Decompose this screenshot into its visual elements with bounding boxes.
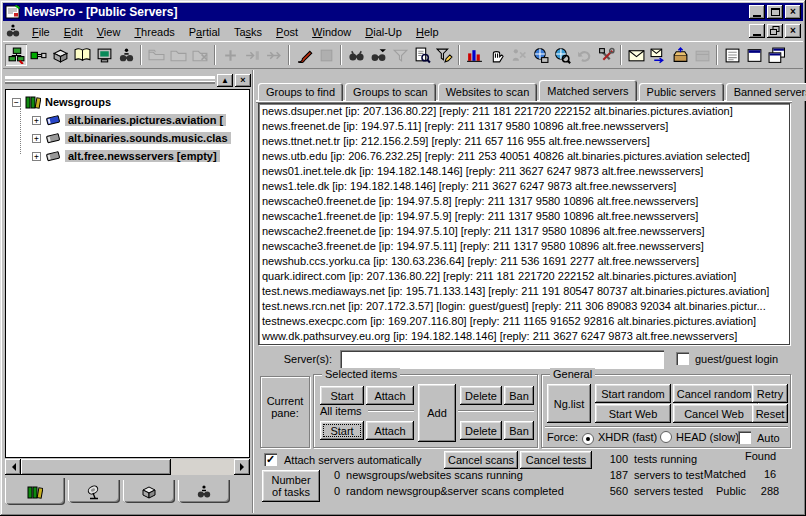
guest-login-checkbox[interactable] xyxy=(676,352,689,367)
cancel-scans-button[interactable]: Cancel scans xyxy=(444,451,518,469)
address-book-icon[interactable] xyxy=(71,44,93,66)
expand-expander-icon[interactable]: + xyxy=(32,116,41,125)
cancel-random-button[interactable]: Cancel random xyxy=(673,384,755,403)
tools-icon[interactable] xyxy=(595,44,617,66)
chart-icon[interactable] xyxy=(463,44,485,66)
server-list-row[interactable]: news.freenet.de [ip: 194.97.5.11] [reply… xyxy=(259,119,789,134)
find-servers-icon[interactable] xyxy=(115,44,137,66)
web-import-icon[interactable] xyxy=(529,44,551,66)
maximize-button[interactable] xyxy=(767,5,783,19)
scrollbar-track[interactable] xyxy=(171,459,234,475)
expand-expander-icon[interactable]: + xyxy=(32,152,41,161)
close-button[interactable]: × xyxy=(785,5,801,19)
panel-gripper[interactable] xyxy=(5,76,215,84)
server-list-row[interactable]: quark.idirect.com [ip: 207.136.80.22] [r… xyxy=(259,269,789,284)
server-list-row[interactable]: news01.inet.tele.dk [ip: 194.182.148.146… xyxy=(259,164,789,179)
child-close-button[interactable]: × xyxy=(785,24,801,38)
menu-edit[interactable]: Edit xyxy=(57,23,90,40)
start-web-button[interactable]: Start Web xyxy=(595,404,671,423)
hand-icon[interactable] xyxy=(485,44,507,66)
computer-icon[interactable] xyxy=(93,44,115,66)
expand-expander-icon[interactable]: + xyxy=(32,134,41,143)
start-selected-button[interactable]: Start xyxy=(320,386,364,405)
preview-icon[interactable] xyxy=(411,44,433,66)
number-of-tasks-button[interactable]: Number of tasks xyxy=(262,470,320,502)
cancel-web-button[interactable]: Cancel Web xyxy=(673,404,755,423)
news-servers-icon[interactable] xyxy=(5,44,27,66)
auto-checkbox[interactable] xyxy=(738,431,751,446)
menu-threads[interactable]: Threads xyxy=(127,23,181,40)
delete-all-button[interactable]: Delete xyxy=(460,421,502,440)
server-list-row[interactable]: news.utb.edu [ip: 206.76.232.25] [reply:… xyxy=(259,149,789,164)
menu-partial[interactable]: Partial xyxy=(182,23,227,40)
head-radio[interactable] xyxy=(660,431,672,445)
cancel-tests-button[interactable]: Cancel tests xyxy=(520,451,592,469)
tree-item-1[interactable]: +alt.binaries.pictures.aviation [ xyxy=(6,111,249,129)
mail-transfer-icon[interactable] xyxy=(647,44,669,66)
menu-window[interactable]: Window xyxy=(305,23,358,40)
tree-item-2[interactable]: +alt.binaries.sounds.music.clas xyxy=(6,129,249,147)
menu-tasks[interactable]: Tasks xyxy=(227,23,269,40)
start-all-button[interactable]: Start xyxy=(320,421,364,440)
child-window-icon[interactable] xyxy=(5,23,21,39)
ban-all-button[interactable]: Ban xyxy=(504,421,534,440)
server-list-row[interactable]: newscache2.freenet.de [ip: 194.97.5.10] … xyxy=(259,224,789,239)
ban-selected-button[interactable]: Ban xyxy=(504,386,534,405)
server-list-row[interactable]: www.dk.pathsurvey.eu.org [ip: 194.182.14… xyxy=(259,329,789,344)
new-window-icon[interactable] xyxy=(743,44,765,66)
server-list-row[interactable]: testnews.execpc.com [ip: 169.207.116.80]… xyxy=(259,314,789,329)
child-minimize-button[interactable] xyxy=(749,24,765,38)
ng-list-button[interactable]: Ng.list xyxy=(547,384,591,423)
tree-horizontal-scrollbar[interactable] xyxy=(5,459,250,475)
panel-collapse-button[interactable]: ▲ xyxy=(217,74,233,87)
menu-help[interactable]: Help xyxy=(409,23,446,40)
start-random-button[interactable]: Start random xyxy=(595,384,671,403)
menu-file[interactable]: File xyxy=(25,23,57,40)
connection-icon[interactable] xyxy=(27,44,49,66)
panel-close-button[interactable]: × xyxy=(235,74,251,87)
child-restore-button[interactable] xyxy=(767,24,783,38)
tree-root-newsgroups[interactable]: − Newsgroups xyxy=(6,93,249,111)
paint-icon[interactable] xyxy=(293,44,315,66)
news-bin-icon[interactable] xyxy=(49,44,71,66)
tab-matched-servers[interactable]: Matched servers xyxy=(539,80,636,101)
server-list-row[interactable]: news.dsuper.net [ip: 207.136.80.22] [rep… xyxy=(259,104,789,119)
tab-websites-to-scan[interactable]: Websites to scan xyxy=(438,83,538,101)
server-list-row[interactable]: newscache1.freenet.de [ip: 194.97.5.9] [… xyxy=(259,209,789,224)
server-list-row[interactable]: test.news.rcn.net [ip: 207.172.3.57] [lo… xyxy=(259,299,789,314)
tab-banned-servers[interactable]: Banned servers xyxy=(726,83,806,101)
tab-groups-to-find[interactable]: Groups to find xyxy=(258,83,343,101)
xhdr-radio[interactable] xyxy=(582,431,594,445)
menu-view[interactable]: View xyxy=(90,23,128,40)
menu-post[interactable]: Post xyxy=(269,23,305,40)
web-search-icon[interactable] xyxy=(551,44,573,66)
outbox-icon[interactable] xyxy=(669,44,691,66)
delete-selected-button[interactable]: Delete xyxy=(460,386,502,405)
server-list-row[interactable]: newscache0.freenet.de [ip: 194.97.5.8] [… xyxy=(259,194,789,209)
panel-splitter[interactable] xyxy=(252,70,254,513)
menu-dialup[interactable]: Dial-Up xyxy=(358,23,409,40)
attach-auto-checkbox[interactable]: ✓ xyxy=(264,453,277,466)
minimize-button[interactable] xyxy=(749,5,765,19)
tab-groups-to-scan[interactable]: Groups to scan xyxy=(345,83,436,101)
reset-button[interactable]: Reset xyxy=(752,404,788,423)
server-list-row[interactable]: newscache3.freenet.de [ip: 194.97.5.11] … xyxy=(259,239,789,254)
tree-item-3[interactable]: +alt.free.newsservers [empty] xyxy=(6,147,249,165)
scroll-right-button[interactable] xyxy=(234,459,250,475)
find-next-icon[interactable] xyxy=(367,44,389,66)
filter-edit-icon[interactable] xyxy=(433,44,455,66)
attach-selected-button[interactable]: Attach xyxy=(366,386,414,405)
find-icon[interactable] xyxy=(345,44,367,66)
panel-tab-satellite[interactable] xyxy=(68,480,120,503)
panel-tab-newsgroups-books[interactable] xyxy=(5,478,65,505)
panel-tab-news-bin[interactable] xyxy=(123,480,175,503)
server-list-row[interactable]: news1.tele.dk [ip: 194.182.148.146] [rep… xyxy=(259,179,789,194)
mail-icon[interactable] xyxy=(625,44,647,66)
add-button[interactable]: Add xyxy=(418,384,456,442)
collapse-expander-icon[interactable]: − xyxy=(12,98,21,107)
server-list-row[interactable]: newshub.ccs.yorku.ca [ip: 130.63.236.64]… xyxy=(259,254,789,269)
attach-all-button[interactable]: Attach xyxy=(366,421,414,440)
server-list-row[interactable]: news.ttnet.net.tr [ip: 212.156.2.59] [re… xyxy=(259,134,789,149)
scrollbar-thumb[interactable] xyxy=(21,459,171,475)
server-list-row[interactable]: test.news.mediaways.net [ip: 195.71.133.… xyxy=(259,284,789,299)
